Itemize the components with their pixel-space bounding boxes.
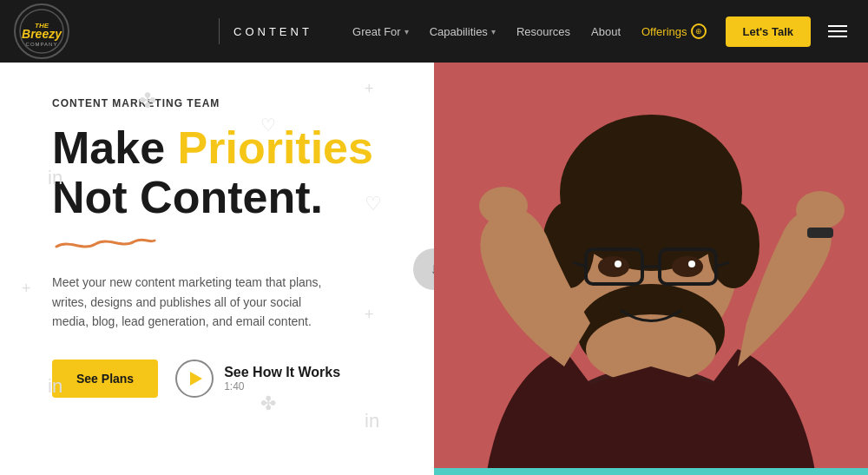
video-cta[interactable]: See How It Works 1:40 <box>175 360 340 398</box>
svg-text:Breezy: Breezy <box>22 27 62 41</box>
play-triangle-icon <box>190 372 202 386</box>
cta-row: See Plans See How It Works 1:40 <box>52 360 382 398</box>
scroll-down-icon: ↓ <box>431 260 435 278</box>
scroll-indicator[interactable]: ↓ <box>413 248 434 290</box>
main-content: ✤ ♡ + in ♡ + + in ✤ in CONTENT MARKETING… <box>0 63 868 475</box>
svg-point-22 <box>479 187 528 225</box>
headline: Make Priorities Not Content. <box>52 123 382 222</box>
svg-point-19 <box>672 256 703 277</box>
svg-text:COMPANY: COMPANY <box>26 42 58 47</box>
svg-point-21 <box>688 261 695 267</box>
right-panel <box>434 63 868 475</box>
see-plans-button[interactable]: See Plans <box>52 360 158 398</box>
headline-priorities: Priorities <box>178 122 373 173</box>
nav-content-label: CONTENT <box>233 25 312 38</box>
svg-point-23 <box>796 191 845 229</box>
nav-about[interactable]: About <box>582 18 629 45</box>
nav-great-for[interactable]: Great For ▾ <box>344 18 418 45</box>
logo-circle: THE Breezy COMPANY <box>14 3 69 59</box>
left-panel: ✤ ♡ + in ♡ + + in ✤ in CONTENT MARKETING… <box>0 63 434 475</box>
headline-not-content: Not Content. <box>52 172 323 222</box>
nav-links: Great For ▾ Capabilities ▾ Resources Abo… <box>344 16 854 47</box>
chevron-down-icon: ▾ <box>491 27 496 36</box>
video-duration: 1:40 <box>224 380 340 393</box>
hamburger-line <box>828 30 847 32</box>
svg-point-20 <box>615 261 621 267</box>
logo-area: THE Breezy COMPANY <box>14 3 205 59</box>
nav-capabilities[interactable]: Capabilities ▾ <box>421 18 504 45</box>
nav-resources[interactable]: Resources <box>508 18 579 45</box>
navbar: THE Breezy COMPANY CONTENT Great For ▾ C… <box>0 0 868 63</box>
video-title: See How It Works <box>224 365 340 380</box>
hero-image <box>434 63 868 475</box>
video-text: See How It Works 1:40 <box>224 365 340 393</box>
svg-rect-24 <box>807 228 833 238</box>
logo-divider <box>219 18 220 44</box>
lets-talk-button[interactable]: Let's Talk <box>726 16 811 47</box>
chevron-down-icon: ▾ <box>404 27 409 36</box>
offerings-circle-icon: ⊕ <box>691 23 707 39</box>
hamburger-menu-button[interactable] <box>821 18 854 44</box>
bottom-teal-bar <box>434 468 868 475</box>
svg-point-18 <box>598 256 629 277</box>
play-button[interactable] <box>175 360 214 398</box>
hamburger-line <box>828 36 847 37</box>
content-marketing-label: CONTENT MARKETING TEAM <box>52 97 382 109</box>
headline-make: Make <box>52 122 178 173</box>
nav-offerings[interactable]: Offerings ⊕ <box>633 16 715 46</box>
logo-svg: THE Breezy COMPANY <box>19 9 64 54</box>
hero-description: Meet your new content marketing team tha… <box>52 273 339 331</box>
squiggle-decoration <box>52 236 156 252</box>
hamburger-line <box>828 25 847 27</box>
